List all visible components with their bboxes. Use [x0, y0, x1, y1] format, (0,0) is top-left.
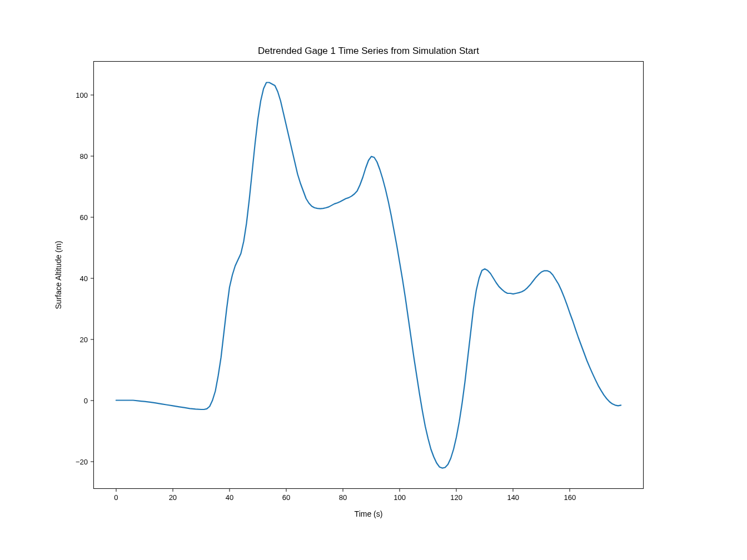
chart-title: Detrended Gage 1 Time Series from Simula…: [93, 46, 644, 57]
x-tick-mark: [286, 489, 287, 492]
data-line: [116, 83, 621, 468]
x-axis-label: Time (s): [93, 509, 644, 518]
y-tick-label: 80: [80, 152, 88, 160]
x-tick-label: 160: [564, 493, 576, 502]
y-axis-label: Surface Altitude (m): [53, 61, 64, 489]
y-tick-mark: [91, 278, 93, 278]
x-tick-mark: [172, 489, 173, 492]
y-tick-mark: [91, 94, 93, 95]
x-tick-label: 40: [226, 493, 233, 502]
x-tick-mark: [229, 489, 230, 492]
plot-area: 020406080100120140160 −20020406080100: [93, 61, 644, 489]
x-tick-label: 0: [114, 493, 118, 502]
x-tick-label: 80: [339, 493, 347, 502]
y-tick-mark: [91, 400, 93, 401]
x-tick-label: 100: [394, 493, 406, 502]
x-tick-mark: [400, 489, 400, 492]
line-plot-svg: [93, 61, 644, 489]
x-tick-mark: [513, 489, 514, 492]
y-tick-label: −20: [76, 457, 88, 466]
y-tick-label: 20: [80, 335, 88, 343]
x-tick-label: 120: [450, 493, 462, 502]
x-tick-label: 60: [282, 493, 290, 502]
y-tick-label: 60: [80, 213, 88, 221]
x-tick-mark: [456, 489, 457, 492]
x-tick-mark: [116, 489, 116, 492]
y-tick-label: 100: [76, 91, 88, 99]
y-tick-mark: [91, 461, 93, 462]
x-tick-label: 20: [169, 493, 177, 502]
y-tick-mark: [91, 156, 93, 156]
y-tick-mark: [91, 217, 93, 217]
y-tick-label: 40: [80, 274, 88, 282]
x-tick-label: 140: [507, 493, 519, 502]
y-tick-label: 0: [84, 396, 88, 404]
x-tick-mark: [343, 489, 343, 492]
x-tick-mark: [570, 489, 570, 492]
y-tick-mark: [91, 339, 93, 339]
